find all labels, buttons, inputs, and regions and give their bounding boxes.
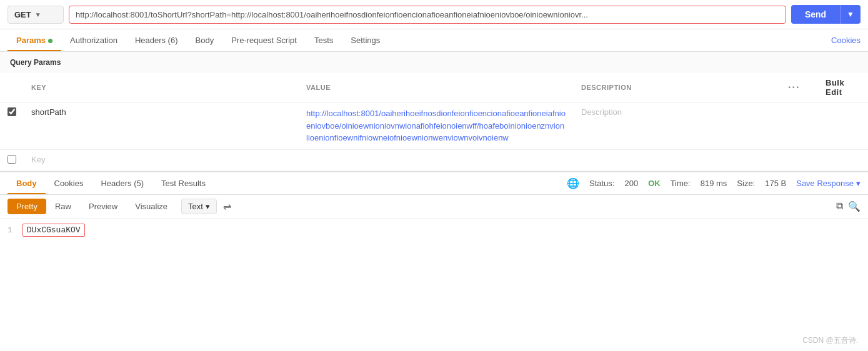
save-response-chevron: ▾ xyxy=(856,179,861,188)
col-bulk-header: Bulk Edit xyxy=(818,73,868,102)
size-label: Size: xyxy=(737,179,755,188)
col-desc-header: DESCRIPTION xyxy=(574,73,781,102)
url-input[interactable]: http://localhost:8001/toShortUrl?shortPa… xyxy=(69,6,786,24)
row1-value-text[interactable]: http://localhost:8001/oaiherihoeifnosdio… xyxy=(306,109,566,142)
row1-desc-placeholder[interactable]: Description xyxy=(581,107,622,117)
tab-authorization[interactable]: Authorization xyxy=(61,29,126,51)
search-icon[interactable]: 🔍 xyxy=(848,200,861,212)
status-label: Status: xyxy=(589,179,614,188)
time-value: 819 ms xyxy=(701,179,727,188)
method-chevron: ▼ xyxy=(35,11,41,18)
row2-key-cell: Key xyxy=(24,149,299,171)
format-tab-visualize[interactable]: Visualize xyxy=(126,199,176,214)
response-tab-headers[interactable]: Headers (5) xyxy=(92,172,152,194)
query-params-section: Query Params KEY VALUE DESCRIPTION ··· B… xyxy=(0,52,868,172)
format-tabs: Pretty Raw Preview Visualize Text ▾ ⇌ ⧉ … xyxy=(0,195,868,219)
col-check-header xyxy=(0,73,24,102)
query-params-label: Query Params xyxy=(0,52,868,73)
cookies-link[interactable]: Cookies xyxy=(831,36,861,45)
col-value-header: VALUE xyxy=(299,73,574,102)
row2-desc-cell xyxy=(574,149,781,171)
status-text: OK xyxy=(648,179,661,188)
tab-pre-request-script[interactable]: Pre-request Script xyxy=(222,29,306,51)
tab-params[interactable]: Params xyxy=(7,29,61,51)
row2-bulk-cell xyxy=(818,149,868,171)
col-key-header: KEY xyxy=(24,73,299,102)
copy-icon[interactable]: ⧉ xyxy=(836,200,843,212)
response-tab-cookies[interactable]: Cookies xyxy=(46,172,92,194)
col-actions-header: ··· xyxy=(781,73,818,102)
row2-check-cell xyxy=(0,149,24,171)
line-number-1: 1 xyxy=(7,225,12,235)
row2-actions-cell xyxy=(781,149,818,171)
top-bar: GET ▼ http://localhost:8001/toShortUrl?s… xyxy=(0,0,868,29)
nav-tabs: Params Authorization Headers (6) Body Pr… xyxy=(0,29,868,52)
row1-checkbox[interactable] xyxy=(7,107,16,116)
type-select[interactable]: Text ▾ xyxy=(181,199,217,214)
table-row: Key xyxy=(0,149,868,171)
method-select[interactable]: GET ▼ xyxy=(7,6,64,24)
row2-key-placeholder[interactable]: Key xyxy=(31,155,45,164)
response-code-value: DUxCGsuaKOV xyxy=(22,224,85,237)
status-code: 200 xyxy=(624,179,638,188)
row1-desc-cell: Description xyxy=(574,102,781,150)
more-options-icon[interactable]: ··· xyxy=(788,82,800,92)
tab-body[interactable]: Body xyxy=(187,29,223,51)
response-area: Body Cookies Headers (5) Test Results 🌐 … xyxy=(0,172,868,242)
watermark: CSDN @五音诗. xyxy=(802,335,858,346)
row1-key-text[interactable]: shortPath xyxy=(31,107,66,117)
response-tabs: Body Cookies Headers (5) Test Results 🌐 … xyxy=(0,172,868,195)
send-btn-group: Send ▼ xyxy=(791,5,861,24)
row1-check-cell xyxy=(0,102,24,150)
size-value: 175 B xyxy=(765,179,786,188)
method-value: GET xyxy=(14,10,31,19)
type-select-value: Text xyxy=(188,202,203,211)
format-tab-pretty[interactable]: Pretty xyxy=(7,199,46,214)
response-tab-test-results[interactable]: Test Results xyxy=(152,172,214,194)
save-response-button[interactable]: Save Response ▾ xyxy=(796,179,861,188)
params-active-dot xyxy=(48,39,52,43)
code-area: 1 DUxCGsuaKOV xyxy=(0,219,868,242)
row2-checkbox[interactable] xyxy=(7,155,16,164)
params-table: KEY VALUE DESCRIPTION ··· Bulk Edit shor… xyxy=(0,73,868,171)
response-tab-body[interactable]: Body xyxy=(7,172,46,194)
tab-tests[interactable]: Tests xyxy=(306,29,342,51)
time-label: Time: xyxy=(671,179,691,188)
send-dropdown-button[interactable]: ▼ xyxy=(840,5,861,24)
table-row: shortPath http://localhost:8001/oaiherih… xyxy=(0,102,868,150)
bulk-edit-label[interactable]: Bulk Edit xyxy=(826,78,844,97)
wrap-icon[interactable]: ⇌ xyxy=(223,200,231,212)
globe-icon: 🌐 xyxy=(567,177,579,189)
tab-settings[interactable]: Settings xyxy=(342,29,389,51)
format-tab-preview[interactable]: Preview xyxy=(80,199,126,214)
row1-value-cell: http://localhost:8001/oaiherihoeifnosdio… xyxy=(299,102,574,150)
row1-actions-cell xyxy=(781,102,818,150)
send-button[interactable]: Send xyxy=(791,5,840,24)
format-tab-raw[interactable]: Raw xyxy=(46,199,80,214)
code-line-1: 1 DUxCGsuaKOV xyxy=(7,224,861,237)
response-status-bar: 🌐 Status: 200 OK Time: 819 ms Size: 175 … xyxy=(567,177,861,189)
row2-value-cell xyxy=(299,149,574,171)
row1-bulk-cell xyxy=(818,102,868,150)
row1-key-cell: shortPath xyxy=(24,102,299,150)
type-chevron: ▾ xyxy=(206,202,210,211)
tab-headers[interactable]: Headers (6) xyxy=(126,29,187,51)
